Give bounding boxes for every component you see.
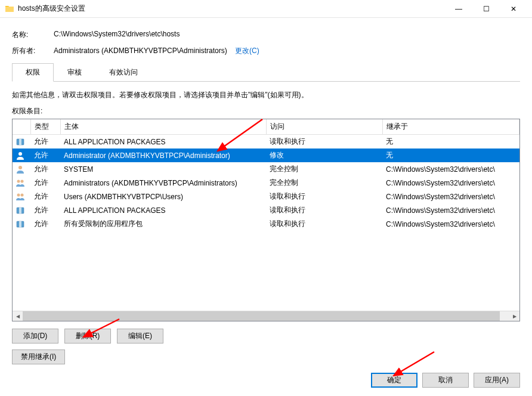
cell-type: 允许: [30, 203, 60, 217]
cell-type: 允许: [30, 162, 60, 176]
edit-button[interactable]: 编辑(E): [117, 329, 163, 344]
dialog-content: 名称: C:\Windows\System32\drivers\etc\host…: [0, 18, 532, 376]
cell-inherited: C:\Windows\System32\drivers\etc\: [382, 176, 519, 190]
maximize-button[interactable]: ☐: [472, 0, 500, 18]
cell-access: 读取和执行: [266, 135, 382, 149]
cell-access: 完全控制: [266, 162, 382, 176]
principal-icon: [15, 219, 26, 229]
cell-principal: Users (AKDMBTHKYVBTPCP\Users): [60, 190, 266, 203]
cell-principal: 所有受限制的应用程序包: [60, 217, 266, 231]
cell-inherited: C:\Windows\System32\drivers\etc\: [382, 162, 519, 176]
col-access[interactable]: 访问: [266, 119, 382, 135]
scroll-left-icon[interactable]: ◀: [13, 311, 23, 321]
window-title: hosts的高级安全设置: [18, 4, 445, 14]
disable-inheritance-button[interactable]: 禁用继承(I): [12, 349, 65, 364]
cell-inherited: C:\Windows\System32\drivers\etc\: [382, 217, 519, 231]
table-row[interactable]: 允许 SYSTEM 完全控制 C:\Windows\System32\drive…: [13, 162, 519, 176]
table-row[interactable]: 允许 ALL APPLICATION PACKAGES 读取和执行 无: [13, 135, 519, 149]
cancel-button[interactable]: 取消: [422, 373, 469, 388]
col-inherited[interactable]: 继承于: [382, 119, 519, 135]
svg-point-3: [18, 166, 22, 169]
remove-button[interactable]: 删除(R): [64, 329, 111, 344]
cell-principal: Administrator (AKDMBTHKYVBTPCP\Administr…: [60, 148, 266, 162]
name-label: 名称:: [12, 30, 54, 40]
cell-access: 读取和执行: [266, 203, 382, 217]
change-owner-link[interactable]: 更改(C): [235, 47, 259, 55]
principal-icon: [15, 206, 26, 215]
owner-value: Administrators (AKDMBTHKYVBTPCP\Administ…: [54, 47, 227, 55]
col-type[interactable]: 类型: [30, 119, 60, 135]
svg-rect-1: [19, 139, 21, 145]
cell-principal: ALL APPLICATION PACKAGES: [60, 203, 266, 217]
principal-icon: [15, 178, 26, 188]
entries-label: 权限条目:: [12, 106, 520, 116]
principal-icon: [15, 137, 26, 147]
principal-icon: [15, 192, 26, 202]
close-button[interactable]: ✕: [500, 0, 527, 18]
svg-rect-11: [19, 221, 21, 227]
cell-access: 完全控制: [266, 176, 382, 190]
cell-inherited: C:\Windows\System32\drivers\etc\: [382, 190, 519, 203]
table-row[interactable]: 允许 ALL APPLICATION PACKAGES 读取和执行 C:\Win…: [13, 203, 519, 217]
permissions-table-container: 类型 主体 访问 继承于 允许 ALL APPLICATION PACKAGES…: [12, 119, 520, 321]
cell-principal: SYSTEM: [60, 162, 266, 176]
svg-point-2: [18, 152, 22, 156]
cell-inherited: C:\Windows\System32\drivers\etc\: [382, 203, 519, 217]
cell-type: 允许: [30, 176, 60, 190]
tabs: 权限 审核 有效访问: [12, 63, 520, 82]
cell-inherited: 无: [382, 148, 519, 162]
svg-point-4: [17, 180, 20, 182]
cell-type: 允许: [30, 148, 60, 162]
table-row[interactable]: 允许 所有受限制的应用程序包 读取和执行 C:\Windows\System32…: [13, 217, 519, 231]
col-principal[interactable]: 主体: [60, 119, 266, 135]
apply-button[interactable]: 应用(A): [474, 373, 520, 388]
svg-point-6: [17, 193, 20, 196]
permissions-table[interactable]: 类型 主体 访问 继承于 允许 ALL APPLICATION PACKAGES…: [13, 119, 519, 231]
svg-rect-9: [19, 208, 21, 214]
cell-type: 允许: [30, 135, 60, 149]
tab-audit[interactable]: 审核: [54, 63, 95, 81]
scroll-right-icon[interactable]: ▶: [509, 311, 519, 321]
titlebar: hosts的高级安全设置 — ☐ ✕: [0, 0, 532, 18]
cell-access: 修改: [266, 148, 382, 162]
cell-principal: ALL APPLICATION PACKAGES: [60, 135, 266, 149]
principal-icon: [15, 165, 26, 174]
name-value: C:\Windows\System32\drivers\etc\hosts: [54, 30, 520, 40]
add-button[interactable]: 添加(D): [12, 329, 58, 344]
cell-access: 读取和执行: [266, 217, 382, 231]
cell-type: 允许: [30, 190, 60, 203]
instruction-text: 如需其他信息，请双击权限项目。若要修改权限项目，请选择该项目并单击"编辑"(如果…: [12, 90, 520, 100]
horizontal-scrollbar[interactable]: ◀ ▶: [13, 311, 519, 321]
svg-point-5: [21, 180, 24, 182]
owner-label: 所有者:: [12, 46, 54, 56]
table-row[interactable]: 允许 Administrators (AKDMBTHKYVBTPCP\Admin…: [13, 176, 519, 190]
tab-permissions[interactable]: 权限: [12, 63, 54, 82]
svg-point-7: [21, 193, 24, 196]
table-row[interactable]: 允许 Administrator (AKDMBTHKYVBTPCP\Admini…: [13, 148, 519, 162]
cell-inherited: 无: [382, 135, 519, 149]
minimize-button[interactable]: —: [445, 0, 472, 18]
tab-effective-access[interactable]: 有效访问: [95, 63, 151, 81]
cell-type: 允许: [30, 217, 60, 231]
ok-button[interactable]: 确定: [371, 373, 417, 388]
principal-icon: [15, 151, 26, 160]
table-row[interactable]: 允许 Users (AKDMBTHKYVBTPCP\Users) 读取和执行 C…: [13, 190, 519, 203]
cell-access: 读取和执行: [266, 190, 382, 203]
cell-principal: Administrators (AKDMBTHKYVBTPCP\Administ…: [60, 176, 266, 190]
folder-icon: [5, 4, 14, 14]
